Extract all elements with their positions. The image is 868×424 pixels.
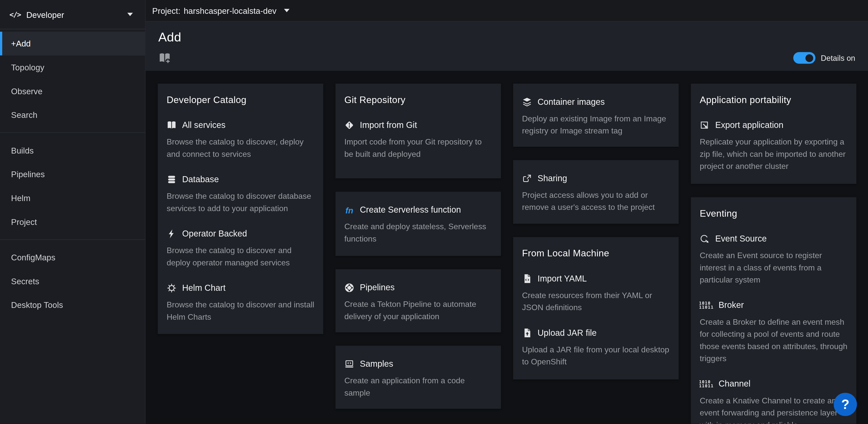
add-item-export-application[interactable]: Export application Replicate your applic… [700,120,847,172]
sidebar-item-topology[interactable]: Topology [0,55,145,79]
git-icon [344,120,354,130]
sidebar-item-project[interactable]: Project [0,210,145,234]
add-item-description: Project access allows you to add or remo… [522,189,670,214]
add-item-title: Operator Backed [182,229,247,239]
add-item-description: Create a Knative Channel to create an ev… [700,395,847,424]
sidebar-item-pipelines[interactable]: Pipelines [0,162,145,186]
masthead: Project: harshcasper-localsta-dev [146,0,868,22]
add-item-description: Browse the catalog to discover and deplo… [166,244,314,269]
help-button[interactable]: ? [834,393,857,416]
sidebar-item-label: Search [11,110,37,120]
card-application-portability: Application portability Export applicati… [691,84,857,184]
card-eventing: Eventing Event Source [691,197,857,424]
project-selector[interactable]: Project: harshcasper-localsta-dev [152,6,290,15]
code-icon: </> [9,10,21,19]
add-item-description: Browse the catalog to discover and insta… [166,299,314,323]
sidebar-item-label: Builds [11,146,34,155]
page-title: Add [158,30,855,45]
add-item-channel[interactable]: 101011011 Channel Create a Knative Chann… [700,379,847,424]
fn-icon: fn [344,205,354,215]
sidebar-item-secrets[interactable]: Secrets [0,269,145,293]
file-code-icon [522,274,532,284]
add-page-content: Developer Catalog All services Browse th… [146,71,868,424]
sidebar-item-configmaps[interactable]: ConfigMaps [0,245,145,269]
add-item-description: Create an Event source to register inter… [700,249,847,286]
laptop-code-icon [344,359,354,369]
card-title: From Local Machine [522,248,670,259]
add-item-title: Channel [719,379,750,389]
add-item-title: Broker [719,300,744,310]
event-source-icon [700,234,710,244]
add-item-import-yaml[interactable]: Import YAML Create resources from their … [522,274,670,314]
sidebar-item-search[interactable]: Search [0,103,145,127]
page-header: Add Details on [146,22,868,71]
add-item-title: Export application [715,120,784,130]
add-item-title: Import YAML [537,274,587,284]
add-item-description: Create a Broker to define an event mesh … [700,316,847,365]
card-title: Application portability [700,95,847,106]
add-item-title: Helm Chart [182,283,225,293]
add-item-pipelines[interactable]: Pipelines Create a Tekton Pipeline to au… [344,283,492,322]
add-item-upload-jar-file[interactable]: Upload JAR file Upload a JAR file from y… [522,328,670,368]
add-item-broker[interactable]: 101011011 Broker Create a Broker to defi… [700,300,847,365]
project-selector-value: harshcasper-localsta-dev [184,6,276,15]
sidebar-item-label: Project [11,217,37,226]
card-pipelines: Pipelines Create a Tekton Pipeline to au… [336,269,501,332]
perspective-switcher[interactable]: </> Developer [0,0,145,29]
card-title: Eventing [700,208,847,219]
sidebar-item-add[interactable]: +Add [0,32,145,56]
add-item-sharing[interactable]: Sharing Project access allows you to add… [522,173,670,214]
add-item-title: Create Serverless function [360,205,461,215]
main-area: Project: harshcasper-localsta-dev Add De… [146,0,868,424]
add-item-operator-backed[interactable]: Operator Backed Browse the catalog to di… [166,229,314,269]
broker-icon: 101011011 [700,300,713,310]
book-plus-icon[interactable] [158,52,171,64]
sidebar-item-helm[interactable]: Helm [0,186,145,210]
card-git-repository: Git Repository Import from Git Impo [336,84,501,178]
sidebar-item-label: Topology [11,63,44,72]
add-item-import-from-git[interactable]: Import from Git Import code from your Gi… [344,120,492,160]
console-app: </> Developer +Add Topology Observe Sear… [0,0,868,424]
add-item-title: Database [182,174,219,185]
card-title: Git Repository [344,95,492,106]
card-column: Git Repository Import from Git Impo [336,84,501,409]
add-item-title: Sharing [537,173,567,183]
bolt-icon [166,229,177,239]
details-toggle-group: Details on [793,52,855,64]
add-item-container-images[interactable]: Container images Deploy an existing Imag… [522,97,670,137]
add-item-event-source[interactable]: Event Source Create an Event source to r… [700,234,847,286]
sidebar-item-label: Desktop Tools [11,300,63,310]
card-column: Container images Deploy an existing Imag… [513,84,679,379]
card-title: Developer Catalog [166,95,314,106]
add-item-description: Create a Tekton Pipeline to automate del… [344,298,492,322]
card-column: Application portability Export applicati… [691,84,857,424]
add-item-description: Create an application from a code sample [344,374,492,399]
card-samples: Samples Create an application from a cod… [336,346,501,409]
add-item-title: Upload JAR file [537,328,596,338]
project-selector-label: Project: [152,6,180,15]
sidebar: </> Developer +Add Topology Observe Sear… [0,0,146,424]
sidebar-item-observe[interactable]: Observe [0,79,145,103]
add-item-database[interactable]: Database Browse the catalog to discover … [166,174,314,215]
add-item-helm-chart[interactable]: Helm Chart Browse the catalog to discove… [166,283,314,323]
add-item-title: Samples [360,359,393,369]
perspective-label: Developer [26,10,127,19]
chevron-down-icon [284,9,290,12]
details-toggle[interactable] [793,52,815,64]
add-item-samples[interactable]: Samples Create an application from a cod… [344,359,492,399]
card-column: Developer Catalog All services Browse th… [158,84,323,334]
sidebar-item-label: ConfigMaps [11,253,55,262]
add-item-all-services[interactable]: All services Browse the catalog to disco… [166,120,314,160]
card-sharing: Sharing Project access allows you to add… [513,160,679,224]
sidebar-item-label: Secrets [11,277,39,286]
add-item-title: Event Source [715,234,767,244]
sidebar-item-builds[interactable]: Builds [0,139,145,162]
add-item-description: Browse the catalog to discover, deploy a… [166,136,314,160]
add-item-create-serverless-function[interactable]: fn Create Serverless function Create and… [344,205,492,245]
sidebar-item-desktop-tools[interactable]: Desktop Tools [0,293,145,317]
pipelines-icon [344,283,354,292]
add-item-title: All services [182,120,225,130]
add-item-description: Import code from your Git repository to … [344,136,492,160]
card-serverless-function: fn Create Serverless function Create and… [336,192,501,256]
sidebar-item-label: Helm [11,193,30,203]
